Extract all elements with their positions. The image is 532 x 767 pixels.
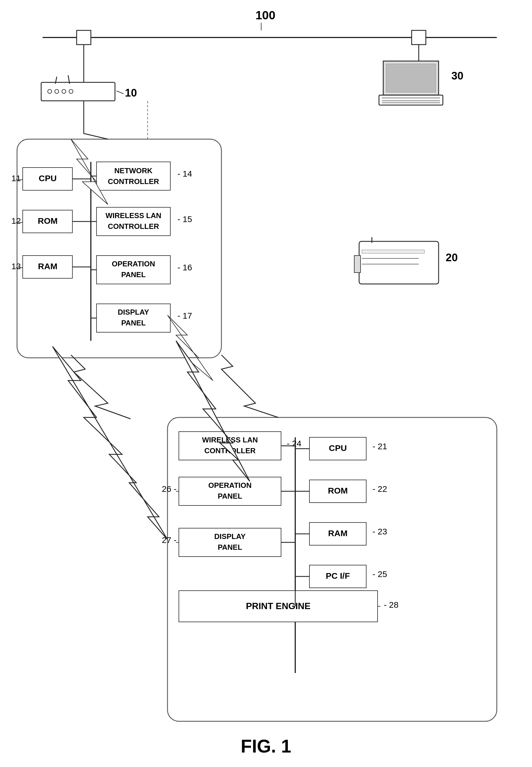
svg-text:CPU: CPU xyxy=(329,443,347,453)
svg-text:26 -: 26 - xyxy=(162,484,177,494)
svg-line-13 xyxy=(68,75,70,84)
svg-text:- 24: - 24 xyxy=(287,439,301,448)
svg-text:PANEL: PANEL xyxy=(121,270,146,279)
svg-rect-38 xyxy=(23,210,72,233)
svg-rect-48 xyxy=(97,162,170,190)
svg-rect-53 xyxy=(97,207,170,236)
svg-rect-78 xyxy=(309,437,366,460)
svg-marker-112 xyxy=(176,341,250,481)
svg-text:10: 10 xyxy=(125,87,137,99)
svg-text:- 22: - 22 xyxy=(372,484,387,494)
svg-rect-25 xyxy=(362,250,424,253)
svg-point-11 xyxy=(69,89,73,93)
svg-rect-100 xyxy=(179,528,281,557)
svg-text:ROM: ROM xyxy=(328,486,348,495)
svg-text:CONTROLLER: CONTROLLER xyxy=(108,222,159,231)
svg-rect-24 xyxy=(359,241,439,284)
svg-text:WIRELESS LAN: WIRELESS LAN xyxy=(202,436,258,444)
svg-text:CPU: CPU xyxy=(39,174,56,183)
svg-text:RAM: RAM xyxy=(328,528,347,538)
svg-text:11: 11 xyxy=(11,174,21,183)
svg-text:- 14: - 14 xyxy=(177,169,192,178)
svg-rect-33 xyxy=(23,168,72,190)
svg-text:PANEL: PANEL xyxy=(121,319,146,327)
svg-text:- 25: - 25 xyxy=(372,569,387,579)
svg-text:PRINT ENGINE: PRINT ENGINE xyxy=(246,601,311,611)
svg-text:RAM: RAM xyxy=(38,262,57,271)
svg-text:20: 20 xyxy=(446,252,458,264)
svg-text:PANEL: PANEL xyxy=(218,543,242,551)
svg-text:PC I/F: PC I/F xyxy=(326,571,350,580)
svg-point-8 xyxy=(48,89,52,93)
svg-rect-17 xyxy=(386,64,436,92)
svg-rect-106 xyxy=(179,591,378,622)
svg-marker-69 xyxy=(71,139,108,204)
svg-rect-90 xyxy=(309,565,366,588)
svg-rect-1 xyxy=(77,30,91,45)
diagram-container: 100 10 30 xyxy=(0,0,532,767)
svg-line-15 xyxy=(116,91,123,94)
svg-text:- 28: - 28 xyxy=(384,600,399,609)
svg-text:CONTROLLER: CONTROLLER xyxy=(108,177,159,186)
svg-text:PANEL: PANEL xyxy=(218,492,242,500)
svg-text:FIG. 1: FIG. 1 xyxy=(241,736,291,756)
svg-text:27 -: 27 - xyxy=(162,535,177,545)
svg-text:- 23: - 23 xyxy=(372,527,387,536)
svg-rect-26 xyxy=(354,256,361,273)
svg-rect-94 xyxy=(179,477,281,505)
svg-text:ROM: ROM xyxy=(38,216,58,225)
svg-rect-58 xyxy=(97,256,170,284)
svg-point-9 xyxy=(55,89,59,93)
svg-text:100: 100 xyxy=(255,9,275,22)
svg-text:OPERATION: OPERATION xyxy=(208,481,252,490)
svg-text:CONTROLLER: CONTROLLER xyxy=(204,446,256,455)
svg-rect-31 xyxy=(17,139,221,358)
svg-text:DISPLAY: DISPLAY xyxy=(214,532,246,541)
svg-rect-2 xyxy=(412,30,426,45)
svg-text:OPERATION: OPERATION xyxy=(112,260,155,268)
svg-marker-111 xyxy=(53,346,167,540)
svg-text:- 16: - 16 xyxy=(177,263,192,272)
svg-marker-70 xyxy=(167,315,213,381)
diagram-svg: 100 10 30 xyxy=(0,0,532,767)
svg-text:WIRELESS LAN: WIRELESS LAN xyxy=(106,211,161,220)
svg-rect-16 xyxy=(383,61,439,95)
svg-text:13: 13 xyxy=(11,262,21,271)
svg-text:- 21: - 21 xyxy=(372,442,387,451)
svg-rect-19 xyxy=(379,95,443,105)
svg-line-12 xyxy=(55,77,57,84)
svg-text:NETWORK: NETWORK xyxy=(114,166,153,175)
svg-text:- 17: - 17 xyxy=(177,311,192,320)
svg-point-10 xyxy=(62,89,66,93)
svg-rect-86 xyxy=(309,523,366,545)
svg-text:30: 30 xyxy=(451,70,463,82)
svg-rect-63 xyxy=(97,304,170,332)
svg-text:DISPLAY: DISPLAY xyxy=(118,308,149,316)
svg-rect-7 xyxy=(41,82,115,101)
svg-text:- 15: - 15 xyxy=(177,214,192,224)
svg-rect-73 xyxy=(179,432,281,460)
svg-text:12: 12 xyxy=(11,216,21,225)
svg-rect-82 xyxy=(309,480,366,503)
svg-rect-71 xyxy=(167,417,497,721)
svg-rect-43 xyxy=(23,256,72,278)
